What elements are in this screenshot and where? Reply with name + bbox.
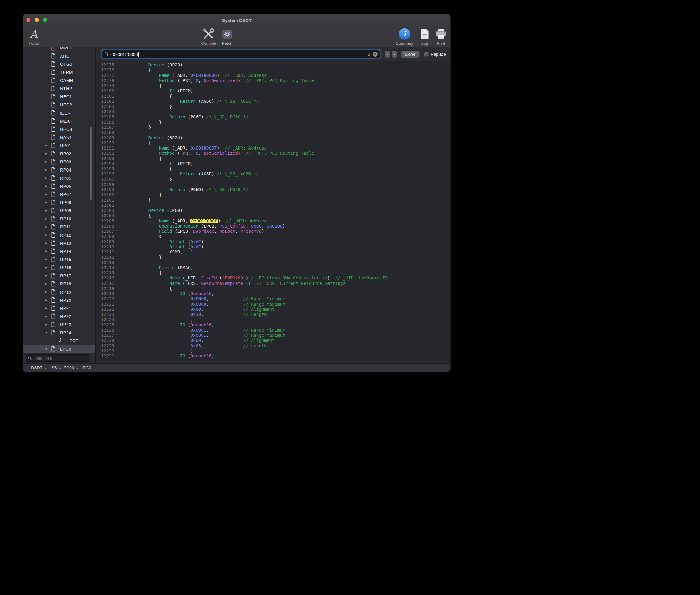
summary-button[interactable]: i Summary bbox=[395, 27, 414, 46]
code-line[interactable]: 12198 bbox=[96, 182, 450, 187]
code-line[interactable]: 12223 0x10, // Length bbox=[96, 312, 450, 317]
code-line[interactable]: 12195 { bbox=[96, 166, 450, 171]
sidebar-item-rp14[interactable]: ▸RP14 bbox=[23, 247, 95, 255]
code-line[interactable]: 12211 XSMB, 1 bbox=[96, 250, 450, 255]
sidebar-item-xhci[interactable]: XHCI bbox=[23, 52, 95, 60]
compile-button[interactable]: Compile bbox=[199, 27, 218, 46]
minimize-button[interactable] bbox=[35, 18, 39, 22]
sidebar-item-term[interactable]: TERM bbox=[23, 68, 95, 76]
code-line[interactable]: 12226 0x0081, // Range Minimum bbox=[96, 328, 450, 333]
code-line[interactable]: 12204 { bbox=[96, 213, 450, 218]
code-line[interactable]: 12215 { bbox=[96, 271, 450, 276]
code-line[interactable]: 12201 } bbox=[96, 198, 450, 203]
code-line[interactable]: 12229 0x03, // Length bbox=[96, 343, 450, 348]
sidebar-item-hec3[interactable]: HEC3 bbox=[23, 125, 95, 133]
sidebar-item-rp24[interactable]: ▾RP24 bbox=[23, 329, 95, 337]
sidebar-item-rp19[interactable]: ▸RP19 bbox=[23, 288, 95, 296]
sidebar-item-rp11[interactable]: ▸RP11 bbox=[23, 223, 95, 231]
code-line[interactable]: 12191 Name (_ADR, 0x001B0007) // _ADR: A… bbox=[96, 146, 450, 151]
code-line[interactable]: 12181 { bbox=[96, 94, 450, 99]
disclosure-collapsed-icon[interactable]: ▸ bbox=[45, 206, 51, 215]
code-line[interactable]: 12183 } bbox=[96, 104, 450, 109]
code-line[interactable]: 12180 If (PICM) bbox=[96, 88, 450, 93]
code-line[interactable]: 12217 Name (_CRS, ResourceTemplate () //… bbox=[96, 281, 450, 286]
disclosure-collapsed-icon[interactable]: ▸ bbox=[45, 304, 51, 312]
replace-checkbox[interactable] bbox=[424, 52, 429, 57]
code-line[interactable]: 12192 Method (_PRT, 0, NotSerialized) //… bbox=[96, 151, 450, 156]
code-line[interactable]: 12179 { bbox=[96, 83, 450, 88]
sidebar-item-rp03[interactable]: ▸RP03 bbox=[23, 158, 95, 166]
code-line[interactable]: 12185 Return (PG6C) /* \_SB_.PG6C */ bbox=[96, 115, 450, 120]
sidebar-item-rp01[interactable]: ▸RP01 bbox=[23, 141, 95, 149]
disclosure-collapsed-icon[interactable]: ▸ bbox=[45, 198, 51, 206]
sidebar-item-rp07[interactable]: ▸RP07 bbox=[23, 190, 95, 198]
disclosure-collapsed-icon[interactable]: ▸ bbox=[45, 182, 51, 190]
disclosure-collapsed-icon[interactable]: ▸ bbox=[45, 320, 51, 329]
disclosure-collapsed-icon[interactable]: ▸ bbox=[45, 239, 51, 247]
code-line[interactable]: 12209 Offset (0xAC), bbox=[96, 239, 450, 245]
code-line[interactable]: 12175 Device (RP23) bbox=[96, 62, 450, 67]
code-line[interactable]: 12222 0x00, // Alignment bbox=[96, 307, 450, 312]
sidebar-item-rp16[interactable]: ▸RP16 bbox=[23, 263, 95, 272]
sidebar-item-rp12[interactable]: ▸RP12 bbox=[23, 231, 95, 239]
code-line[interactable]: 12203 Device (LPC0) bbox=[96, 208, 450, 213]
code-line[interactable]: 12221 0x0000, // Range Maximum bbox=[96, 302, 450, 307]
find-previous-button[interactable]: ‹ bbox=[385, 51, 390, 58]
code-line[interactable]: 12214 Device (DMAC) bbox=[96, 265, 450, 271]
code-line[interactable]: 12176 { bbox=[96, 67, 450, 73]
filter-input[interactable] bbox=[33, 356, 88, 361]
disclosure-collapsed-icon[interactable]: ▸ bbox=[45, 215, 51, 223]
sidebar-item-otg0[interactable]: OTG0 bbox=[23, 60, 95, 68]
disclosure-collapsed-icon[interactable]: ▸ bbox=[45, 247, 51, 255]
zoom-button[interactable] bbox=[43, 18, 47, 22]
code-line[interactable]: 12210 Offset (0xAE), bbox=[96, 245, 450, 250]
code-line[interactable]: 12178 Method (_PRT, 0, NotSerialized) //… bbox=[96, 78, 450, 83]
code-line[interactable]: 12213 bbox=[96, 260, 450, 265]
sidebar-item-rp18[interactable]: ▸RP18 bbox=[23, 280, 95, 288]
sidebar-scrollbar[interactable] bbox=[90, 127, 92, 200]
sidebar-item-rp08[interactable]: ▸RP08 bbox=[23, 198, 95, 206]
code-line[interactable]: 12219 IO (Decode16, bbox=[96, 291, 450, 296]
disclosure-collapsed-icon[interactable]: ▸ bbox=[45, 158, 51, 166]
sidebar-item-rp05[interactable]: ▸RP05 bbox=[23, 174, 95, 182]
sidebar-item-hec1[interactable]: HEC1 bbox=[23, 92, 95, 101]
close-button[interactable] bbox=[26, 18, 30, 22]
code-line[interactable]: 12228 0x00, // Alignment bbox=[96, 338, 450, 343]
breadcrumb-item[interactable]: DSDT bbox=[31, 365, 42, 370]
sidebar-item-rp10[interactable]: ▸RP10 bbox=[23, 215, 95, 223]
code-line[interactable]: 12184 bbox=[96, 109, 450, 114]
code-line[interactable]: 12205 Name (_ADR, 0x001F0000) // _ADR: A… bbox=[96, 219, 450, 224]
disclosure-collapsed-icon[interactable]: ▸ bbox=[45, 280, 51, 288]
code-line[interactable]: 12224 ) bbox=[96, 317, 450, 322]
sidebar-item-rp21[interactable]: ▸RP21 bbox=[23, 304, 95, 312]
code-line[interactable]: 12218 { bbox=[96, 286, 450, 291]
sidebar-item-mekt[interactable]: MEKT bbox=[23, 117, 95, 125]
disclosure-collapsed-icon[interactable]: ▸ bbox=[45, 231, 51, 239]
sidebar-item-mrot[interactable]: MROT bbox=[23, 47, 95, 52]
code-line[interactable]: 12206 OperationRegion (LPCB, PCI_Config,… bbox=[96, 224, 450, 229]
find-next-button[interactable]: › bbox=[392, 51, 397, 58]
disclosure-collapsed-icon[interactable]: ▸ bbox=[45, 141, 51, 149]
print-button[interactable]: Print bbox=[431, 27, 450, 46]
sidebar-item-lpc0[interactable]: ▾LPC0 bbox=[23, 345, 95, 353]
code-line[interactable]: 12202 bbox=[96, 203, 450, 208]
code-line[interactable]: 12187 } bbox=[96, 125, 450, 130]
code-line[interactable]: 12182 Return (AG6C) /* \_SB_.AG6C */ bbox=[96, 99, 450, 104]
patch-button[interactable]: Patch bbox=[217, 27, 237, 46]
breadcrumb-item[interactable]: _SB bbox=[49, 365, 57, 370]
code-line[interactable]: 12225 IO (Decode16, bbox=[96, 322, 450, 328]
clear-search-button[interactable]: × bbox=[373, 52, 378, 57]
disclosure-collapsed-icon[interactable]: ▸ bbox=[45, 288, 51, 296]
code-line[interactable]: 12231 IO (Decode16, bbox=[96, 353, 450, 359]
sidebar-item-camr[interactable]: CAMR bbox=[23, 76, 95, 84]
sidebar-item-hec2[interactable]: HEC2 bbox=[23, 101, 95, 109]
disclosure-collapsed-icon[interactable]: ▸ bbox=[45, 166, 51, 174]
code-line[interactable]: 12186 } bbox=[96, 120, 450, 125]
search-input[interactable]: ▾ 0x001F0000 2 × bbox=[101, 50, 381, 58]
titlebar[interactable]: System DSDT bbox=[23, 14, 450, 27]
code-line[interactable]: 12197 } bbox=[96, 177, 450, 182]
sidebar-item-rp20[interactable]: ▸RP20 bbox=[23, 296, 95, 304]
disclosure-collapsed-icon[interactable]: ▸ bbox=[45, 312, 51, 320]
disclosure-collapsed-icon[interactable]: ▸ bbox=[45, 223, 51, 231]
chevron-down-icon[interactable]: ▾ bbox=[109, 53, 111, 56]
